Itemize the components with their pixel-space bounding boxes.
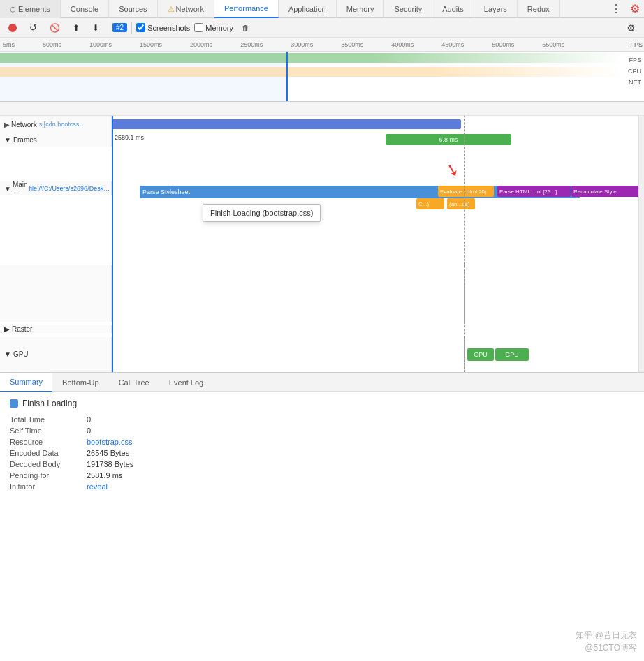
- memory-checkbox-label[interactable]: Memory: [194, 23, 233, 32]
- tick-1000ms: 1000ms: [89, 41, 112, 48]
- vline2: [464, 265, 465, 322]
- trash-button[interactable]: 🗑: [237, 22, 254, 34]
- bottom-tab-calltree[interactable]: Call Tree: [109, 373, 159, 392]
- tick-1500ms: 1500ms: [140, 41, 162, 48]
- watermark-line1: 知乎 @昔日无衣: [576, 629, 637, 641]
- initiator-key: Initiator: [10, 482, 87, 491]
- memory-label: Memory: [205, 24, 233, 32]
- refresh-record-button[interactable]: ↺: [25, 21, 41, 34]
- tab-memory[interactable]: Memory: [337, 0, 385, 18]
- raster-row: ▶ Raster: [0, 322, 644, 337]
- encoded-row: Encoded Data 26545 Bytes: [10, 449, 634, 457]
- tab-bar: ⬡ Elements Console Sources ⚠ Network Per…: [0, 0, 644, 18]
- gpu-track[interactable]: GPU GPU: [112, 337, 644, 372]
- download-button[interactable]: ⬇: [88, 22, 103, 34]
- summary-dot: [10, 399, 18, 408]
- network-track[interactable]: [112, 116, 644, 133]
- encoded-key: Encoded Data: [10, 449, 87, 457]
- tick-5ms: 5ms: [3, 41, 15, 48]
- tab-security[interactable]: Security: [384, 0, 432, 18]
- upload-button[interactable]: ⬆: [68, 22, 84, 34]
- fps-bar: [0, 53, 623, 63]
- tab-layers[interactable]: Layers: [474, 0, 518, 18]
- main-track[interactable]: Parse Stylesheet Finish Loading (bootstr…: [112, 181, 644, 265]
- detail-timeline-body: ▶ Network s [cdn.bootcss... ▼ Frames 258…: [0, 116, 644, 372]
- tab-overflow[interactable]: ⋮: [606, 0, 626, 17]
- overview-ruler: 5ms 500ms 1000ms 1500ms 2000ms 2500ms 30…: [0, 38, 644, 52]
- recalculate-bar: Recalculate Style: [571, 186, 644, 197]
- screenshots-checkbox-label[interactable]: Screenshots: [136, 23, 190, 32]
- tick-3000ms: 3000ms: [291, 41, 313, 48]
- upload-icon: ⬆: [73, 23, 80, 33]
- settings-button[interactable]: ⚙: [626, 0, 644, 17]
- c-bar: C...): [416, 198, 444, 209]
- bottom-tab-summary[interactable]: Summary: [0, 373, 52, 392]
- tab-sources[interactable]: Sources: [109, 0, 157, 18]
- scrollbar[interactable]: [638, 116, 644, 372]
- cpu-overview-label: CPU: [628, 66, 641, 77]
- tab-network[interactable]: ⚠ Network: [158, 0, 214, 18]
- selection-line: [286, 52, 288, 101]
- resource-link[interactable]: bootstrap.css: [87, 438, 132, 446]
- net-overview-label: NET: [628, 77, 641, 88]
- tab-audits[interactable]: Audits: [432, 0, 474, 18]
- clear-button[interactable]: 🚫: [45, 22, 64, 34]
- bottom-tabs: Summary Bottom-Up Call Tree Event Log: [0, 372, 644, 392]
- commit-indicator: #2: [112, 23, 127, 32]
- raster-label[interactable]: ▶ Raster: [0, 325, 112, 333]
- frames-text: Frames: [13, 136, 37, 144]
- vline4: [464, 337, 465, 372]
- network-bar: [112, 119, 461, 129]
- tab-network-label: Network: [176, 5, 204, 13]
- summary-panel: Finish Loading Total Time 0 Self Time 0 …: [0, 392, 644, 662]
- gpu-row: ▼ GPU GPU GPU: [0, 337, 644, 372]
- tick-5500ms: 5500ms: [542, 41, 564, 48]
- tab-console[interactable]: Console: [61, 0, 109, 18]
- self-time-row: Self Time 0: [10, 426, 634, 435]
- bottom-tab-eventlog[interactable]: Event Log: [159, 373, 214, 392]
- tab-performance[interactable]: Performance: [214, 0, 279, 18]
- gear-button[interactable]: ⚙: [622, 21, 640, 35]
- tab-application[interactable]: Application: [279, 0, 337, 18]
- frames-label[interactable]: ▼ Frames: [0, 133, 112, 147]
- fps-cpu-net-labels: FPS: [629, 38, 644, 51]
- anus-bar: (an...us): [447, 198, 475, 209]
- side-label-spacer: [0, 265, 112, 322]
- watermark-line2: @51CTO博客: [576, 641, 637, 654]
- tab-elements[interactable]: ⬡ Elements: [0, 0, 61, 18]
- tab-elements-icon: ⬡: [10, 6, 16, 13]
- gear-icon: ⚙: [627, 22, 636, 34]
- expand-icon[interactable]: ▶: [4, 121, 10, 128]
- decoded-row: Decoded Body 191738 Bytes: [10, 460, 634, 468]
- separator2: [131, 22, 132, 34]
- record-button[interactable]: [4, 22, 21, 34]
- memory-checkbox[interactable]: [194, 23, 203, 32]
- tick-2500ms: 2500ms: [240, 41, 263, 48]
- tab-redux[interactable]: Redux: [518, 0, 560, 18]
- record-icon: [8, 24, 17, 32]
- main-thread-section: ▼ Main — file:///C:/Users/s2696/Desktop/…: [0, 181, 644, 265]
- raster-text: Raster: [12, 325, 32, 333]
- gpu-text: GPU: [13, 350, 29, 358]
- parse-html-bar: Parse HTML...ml [23...]: [497, 186, 571, 197]
- screenshots-checkbox[interactable]: [136, 23, 145, 32]
- frames-content-spacer: [0, 147, 644, 181]
- main-expand-icon: ▼: [4, 185, 11, 193]
- summary-title: Finish Loading: [10, 399, 634, 408]
- initiator-row: Initiator reveal: [10, 482, 634, 491]
- tick-4000ms: 4000ms: [391, 41, 414, 48]
- perf-toolbar: ↺ 🚫 ⬆ ⬇ #2 Screenshots Memory 🗑 ⚙: [0, 18, 644, 38]
- total-time-key: Total Time: [10, 415, 87, 424]
- frames-expand-icon: ▼: [4, 136, 11, 144]
- frames-track[interactable]: 2589.1 ms 6.8 ms: [112, 133, 644, 147]
- overview-labels: FPS CPU NET: [628, 54, 641, 88]
- main-label: ▼ Main — file:///C:/Users/s2696/Desktop/…: [0, 181, 112, 195]
- gpu-label: ▼ GPU: [0, 337, 112, 372]
- network-sublabel: s [cdn.bootcss...: [39, 121, 85, 128]
- initiator-link[interactable]: reveal: [87, 482, 108, 491]
- gpu-expand-icon: ▼: [4, 350, 11, 358]
- main-rows-spacer: [0, 265, 644, 322]
- track-spacer: [112, 265, 644, 322]
- detail-time-ruler: 2604.0 ms 2604.5 ms 2605.0 ms 2605.5 ms …: [0, 102, 644, 116]
- bottom-tab-bottomup[interactable]: Bottom-Up: [52, 373, 109, 392]
